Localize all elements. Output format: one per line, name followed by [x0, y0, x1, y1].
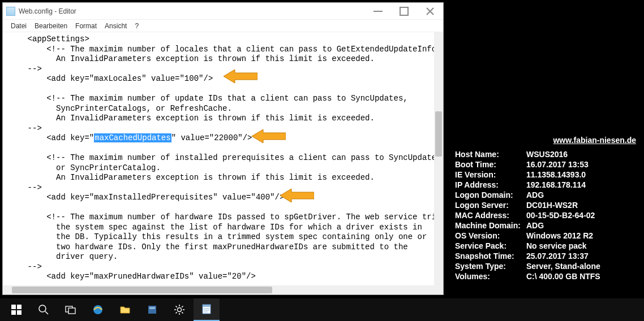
svg-rect-5: [17, 305, 22, 309]
editor-content[interactable]: <appSettings> <!-- The maximim number of…: [3, 32, 434, 285]
bginfo-row: Boot Time:16.07.2017 13:53: [453, 159, 644, 170]
bginfo-row: Service Pack:No service pack: [453, 241, 644, 251]
scrollbar-thumb[interactable]: [12, 287, 272, 293]
svg-line-22: [182, 306, 183, 307]
bginfo-label: MAC Address:: [453, 210, 526, 220]
svg-point-15: [178, 308, 182, 312]
task-view-button[interactable]: [58, 298, 84, 321]
scrollbar-corner: [434, 285, 443, 294]
bginfo-label: Snapshot Time:: [453, 251, 526, 261]
bginfo-label: OS Version:: [453, 231, 526, 241]
folder-icon: [119, 304, 131, 315]
bginfo-row: Machine Domain:ADG: [453, 220, 644, 231]
svg-line-21: [182, 312, 183, 313]
svg-line-20: [176, 306, 177, 307]
bginfo-value: 25.07.2017 13:37: [526, 251, 641, 261]
bginfo-label: Logon Server:: [453, 200, 526, 210]
bginfo-value: C:\ 400.00 GB NTFS: [526, 271, 641, 281]
taskbar-server-manager[interactable]: [139, 298, 165, 321]
bginfo-label: Volumes:: [453, 271, 526, 281]
bginfo-label: IE Version:: [453, 170, 526, 180]
bginfo-url: www.fabian-niesen.de: [453, 136, 644, 145]
server-icon: [147, 304, 158, 315]
scrollbar-thumb[interactable]: [435, 111, 442, 157]
bginfo-value: 192.168.178.114: [526, 180, 641, 190]
svg-rect-4: [11, 305, 16, 309]
bginfo-label: Logon Domain:: [453, 190, 526, 200]
bginfo-label: System Type:: [453, 261, 526, 271]
menu-format[interactable]: Format: [72, 21, 100, 31]
svg-rect-0: [400, 7, 408, 15]
vertical-scrollbar[interactable]: [434, 32, 443, 285]
start-button[interactable]: [3, 298, 29, 321]
bginfo-value: No service pack: [526, 241, 641, 251]
minimize-button[interactable]: [365, 3, 391, 19]
window-title: Web.config - Editor: [19, 7, 365, 15]
editor-body: <appSettings> <!-- The maximim number of…: [3, 32, 443, 294]
bginfo-value: ADG: [526, 220, 641, 231]
windows-icon: [11, 304, 22, 315]
bginfo-row: Logon Server:DC01H-WS2R: [453, 200, 644, 210]
bginfo-value: 11.1358.14393.0: [526, 170, 641, 180]
minimize-icon: [372, 6, 384, 17]
svg-rect-14: [149, 307, 155, 309]
taskbar: [0, 298, 644, 321]
ie-icon: [92, 304, 104, 315]
bginfo-row: System Type:Server, Stand-alone: [453, 261, 644, 271]
bginfo-row: Snapshot Time:25.07.2017 13:37: [453, 251, 644, 261]
taskbar-explorer[interactable]: [112, 298, 138, 321]
horizontal-scrollbar[interactable]: [3, 285, 434, 294]
svg-rect-11: [68, 308, 75, 314]
bginfo-row: Logon Domain:ADG: [453, 190, 644, 200]
selected-text: maxCachedUpdates: [94, 133, 171, 142]
bginfo-value: Windows 2012 R2: [526, 231, 641, 241]
bginfo-row: IP Address:192.168.178.114: [453, 180, 644, 190]
svg-point-8: [39, 305, 46, 312]
svg-rect-6: [11, 310, 16, 315]
svg-line-9: [45, 311, 48, 314]
notepad-taskbar-icon: [201, 303, 212, 315]
task-view-icon: [65, 304, 76, 315]
bginfo-label: IP Address:: [453, 180, 526, 190]
bginfo-value: 16.07.2017 13:53: [526, 159, 641, 170]
search-button[interactable]: [31, 298, 57, 321]
bginfo-row: IE Version:11.1358.14393.0: [453, 170, 644, 180]
bginfo-row: Host Name:WSUS2016: [453, 149, 644, 159]
svg-rect-7: [17, 310, 22, 315]
bginfo-row: OS Version:Windows 2012 R2: [453, 231, 644, 241]
bginfo-value: ADG: [526, 190, 641, 200]
bginfo-value: DC01H-WS2R: [526, 200, 641, 210]
taskbar-settings[interactable]: [166, 298, 192, 321]
bginfo-row: MAC Address:00-15-5D-B2-64-02: [453, 210, 644, 220]
search-icon: [38, 304, 49, 315]
menu-help[interactable]: ?: [131, 21, 142, 31]
taskbar-notepad[interactable]: [194, 298, 220, 321]
gear-icon: [174, 304, 185, 315]
maximize-button[interactable]: [391, 3, 417, 19]
bginfo-row: Volumes:C:\ 400.00 GB NTFS: [453, 271, 644, 281]
bginfo-value: WSUS2016: [526, 149, 641, 159]
svg-rect-25: [203, 305, 211, 307]
close-icon: [424, 6, 436, 17]
menu-bearbeiten[interactable]: Bearbeiten: [31, 21, 71, 31]
close-button[interactable]: [417, 3, 443, 19]
menu-ansicht[interactable]: Ansicht: [101, 21, 130, 31]
editor-window[interactable]: Web.config - Editor Datei Bearbeiten For…: [2, 2, 444, 295]
notepad-icon: [6, 7, 15, 16]
bginfo-label: Machine Domain:: [453, 220, 526, 231]
bginfo-value: 00-15-5D-B2-64-02: [526, 210, 641, 220]
svg-point-12: [93, 305, 102, 314]
bginfo-panel: www.fabian-niesen.de Host Name:WSUS2016B…: [453, 136, 644, 281]
bginfo-label: Boot Time:: [453, 159, 526, 170]
menu-datei[interactable]: Datei: [7, 21, 30, 31]
taskbar-ie[interactable]: [85, 298, 111, 321]
bginfo-label: Service Pack:: [453, 241, 526, 251]
menubar: Datei Bearbeiten Format Ansicht ?: [3, 20, 443, 32]
titlebar[interactable]: Web.config - Editor: [3, 3, 443, 20]
bginfo-value: Server, Stand-alone: [526, 261, 641, 271]
bginfo-label: Host Name:: [453, 149, 526, 159]
maximize-icon: [398, 6, 410, 17]
svg-line-23: [176, 312, 177, 313]
